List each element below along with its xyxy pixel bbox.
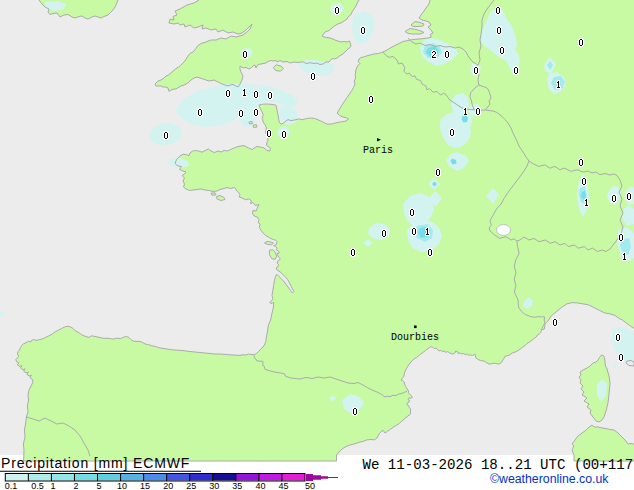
svg-text:30: 30 — [209, 481, 219, 490]
svg-text:5: 5 — [96, 481, 101, 490]
svg-text:45: 45 — [278, 481, 288, 490]
svg-text:50: 50 — [305, 481, 315, 490]
svg-text:25: 25 — [186, 481, 196, 490]
svg-text:We 11-03-2026 18..21 UTC (00+1: We 11-03-2026 18..21 UTC (00+117 — [363, 457, 634, 473]
svg-text:10: 10 — [117, 481, 127, 490]
svg-text:©weatheronline.co.uk: ©weatheronline.co.uk — [490, 472, 609, 486]
svg-text:15: 15 — [140, 481, 150, 490]
svg-text:40: 40 — [255, 481, 265, 490]
svg-text:Precipitation [mm] ECMWF: Precipitation [mm] ECMWF — [1, 455, 190, 471]
svg-text:20: 20 — [163, 481, 173, 490]
svg-text:0.1: 0.1 — [5, 481, 18, 490]
svg-text:2: 2 — [73, 481, 78, 490]
svg-text:0.5: 0.5 — [31, 481, 44, 490]
svg-text:Dourbies: Dourbies — [391, 332, 439, 343]
svg-text:1: 1 — [50, 481, 55, 490]
svg-text:35: 35 — [232, 481, 242, 490]
svg-text:Paris: Paris — [363, 145, 393, 156]
